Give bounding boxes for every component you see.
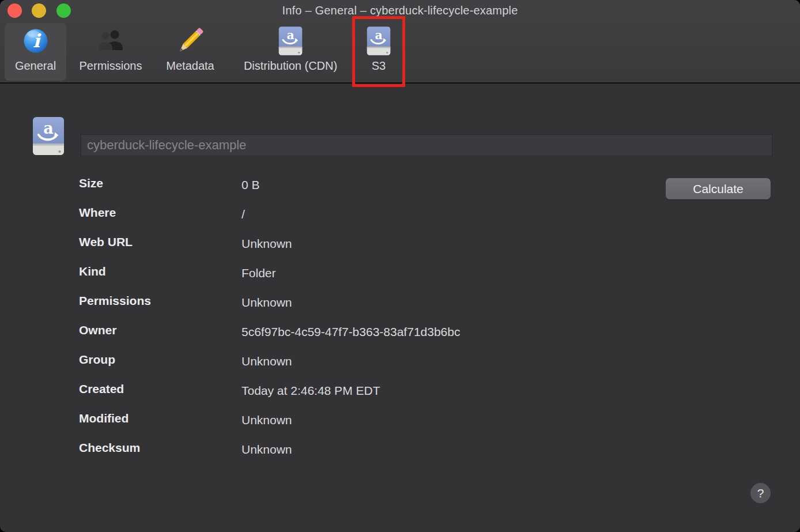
details-rows: Size 0 B Where / Web URL Unknown Kind Fo… (0, 176, 800, 470)
tab-label: Distribution (CDN) (244, 59, 337, 73)
info-row: Created Today at 2:46:48 PM EDT (0, 382, 800, 412)
row-value: 0 B (241, 178, 260, 192)
amazon-drive-icon (275, 23, 306, 59)
people-icon (96, 23, 126, 59)
row-value: Unknown (241, 354, 292, 368)
row-label: Permissions (79, 294, 241, 308)
tab-permissions[interactable]: Permissions (70, 23, 151, 81)
row-value: Unknown (241, 296, 292, 310)
row-value: Unknown (241, 237, 292, 251)
row-value: Unknown (241, 413, 292, 427)
tab-metadata[interactable]: Metadata (156, 23, 225, 81)
tab-general[interactable]: General (5, 23, 66, 81)
info-row: Checksum Unknown (0, 441, 800, 470)
window-title: Info – General – cyberduck-lifecycle-exa… (0, 4, 800, 17)
info-row: Modified Unknown (0, 412, 800, 441)
row-label: Owner (79, 323, 241, 337)
tab-s3[interactable]: S3 (356, 23, 401, 81)
tab-label: General (15, 59, 56, 73)
row-label: Size (79, 176, 241, 190)
info-icon (22, 23, 50, 59)
row-label: Checksum (79, 441, 241, 455)
pencil-icon (174, 23, 206, 59)
row-label: Created (79, 382, 241, 396)
amazon-drive-icon (28, 115, 69, 157)
row-label: Where (79, 206, 241, 220)
row-value: 5c6f97bc-4c59-47f7-b363-83af71d3b6bc (241, 325, 460, 339)
info-row: Permissions Unknown (0, 294, 800, 323)
row-label: Modified (79, 412, 241, 425)
calculate-button[interactable]: Calculate (666, 178, 771, 199)
info-row: Web URL Unknown (0, 235, 800, 265)
row-value: / (241, 207, 245, 221)
info-row: Kind Folder (0, 265, 800, 294)
filename-field[interactable] (81, 134, 772, 156)
help-button[interactable]: ? (750, 483, 771, 503)
info-row: Owner 5c6f97bc-4c59-47f7-b363-83af71d3b6… (0, 323, 800, 353)
row-label: Kind (79, 265, 241, 278)
amazon-drive-icon (363, 23, 394, 59)
tab-label: Permissions (80, 59, 142, 73)
info-window: Info – General – cyberduck-lifecycle-exa… (0, 0, 800, 532)
tab-distribution-cdn[interactable]: Distribution (CDN) (227, 23, 354, 81)
info-row: Group Unknown (0, 353, 800, 382)
titlebar: Info – General – cyberduck-lifecycle-exa… (0, 0, 800, 21)
row-value: Today at 2:46:48 PM EDT (241, 384, 380, 398)
info-row: Where / (0, 206, 800, 235)
window-header: Info – General – cyberduck-lifecycle-exa… (0, 0, 800, 84)
row-value: Unknown (241, 443, 292, 456)
tab-label: Metadata (166, 59, 214, 73)
row-label: Group (79, 353, 241, 367)
tab-label: S3 (372, 59, 386, 73)
row-value: Folder (241, 266, 276, 280)
row-label: Web URL (79, 235, 241, 249)
